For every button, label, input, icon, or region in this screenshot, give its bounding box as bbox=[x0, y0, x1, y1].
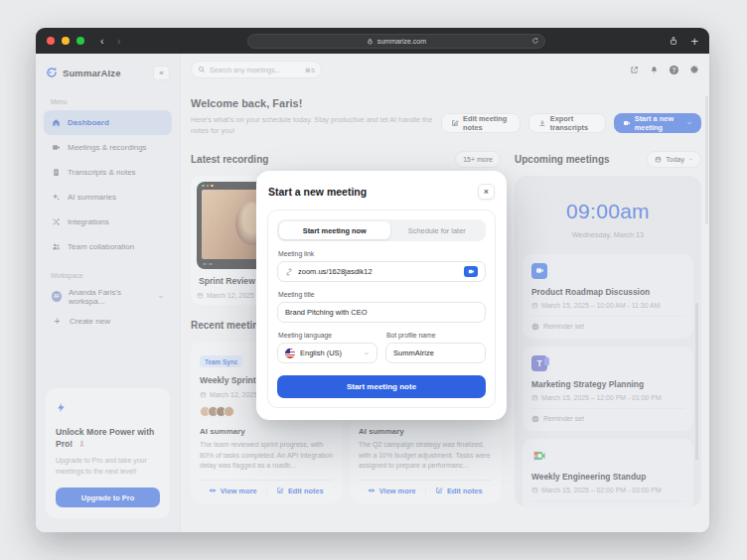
brand-logo-icon bbox=[46, 67, 58, 78]
eye-icon bbox=[209, 487, 217, 494]
export-transcripts-button[interactable]: Export transcripts bbox=[528, 113, 606, 133]
meeting-date: March 12, 2025 bbox=[210, 391, 257, 398]
edit-notes-button[interactable]: Edit notes bbox=[426, 487, 493, 495]
sidebar-item-label: Integrations bbox=[68, 217, 109, 226]
edit-notes-button[interactable]: Edit notes bbox=[267, 487, 334, 495]
upcoming-meeting-card[interactable]: Weekly Engineering Standup March 15, 202… bbox=[523, 439, 693, 507]
help-icon[interactable]: ? bbox=[670, 66, 678, 74]
start-new-meeting-button[interactable]: Start a new meeting bbox=[614, 113, 701, 133]
home-icon bbox=[52, 118, 61, 127]
edit-meeting-notes-button[interactable]: Edit meeting notes bbox=[441, 113, 521, 133]
meeting-tag-badge: Team Sync bbox=[200, 355, 242, 367]
people-icon bbox=[52, 242, 61, 251]
upcoming-meeting-title: Weekly Engineering Standup bbox=[531, 472, 684, 482]
us-flag-icon bbox=[285, 349, 295, 358]
start-meeting-note-button[interactable]: Start meeting note bbox=[277, 375, 486, 398]
reminder-status: Reminder set bbox=[543, 415, 584, 422]
edit-meeting-notes-label: Edit meeting notes bbox=[463, 114, 511, 132]
microsoft-teams-icon: T bbox=[531, 355, 547, 371]
sidebar-item-transcripts[interactable]: Transcripts & notes bbox=[44, 160, 172, 185]
search-shortcut: ⌘S bbox=[305, 67, 315, 73]
meeting-title-label: Meeting title bbox=[278, 291, 485, 298]
lightning-bolt-icon bbox=[56, 402, 67, 413]
ai-summary-text: The team reviewed sprint progress, with … bbox=[200, 440, 333, 472]
upcoming-meeting-card[interactable]: T Marketing Strategy Planning March 15, … bbox=[523, 347, 693, 431]
page-scrollbar[interactable] bbox=[705, 95, 708, 224]
notifications-bell-icon[interactable] bbox=[650, 66, 659, 74]
meeting-language-select[interactable]: English (US) bbox=[277, 343, 377, 363]
tab-schedule-later[interactable]: Schedule for later bbox=[390, 221, 485, 239]
share-icon[interactable] bbox=[669, 36, 678, 46]
upcoming-meeting-title: Marketing Strategy Planning bbox=[531, 379, 684, 389]
document-icon bbox=[52, 168, 61, 177]
sidebar-collapse-button[interactable]: « bbox=[153, 66, 170, 80]
welcome-title: Welcome back, Faris! bbox=[191, 97, 441, 109]
meeting-link-value: zoom.us/1628jasdik12 bbox=[298, 267, 373, 276]
meeting-mode-tabs: Start meeting now Schedule for later bbox=[277, 219, 486, 241]
check-circle-icon bbox=[531, 323, 539, 331]
view-more-label: View more bbox=[221, 487, 257, 495]
pro-card-body: Upgrade to Pro and take your meetings to… bbox=[56, 456, 160, 477]
browser-back-button[interactable]: ‹ bbox=[97, 36, 107, 47]
view-more-button[interactable]: View more bbox=[200, 487, 266, 495]
new-tab-button[interactable]: + bbox=[690, 35, 698, 48]
meeting-title-input[interactable]: Brand Pitching with CEO bbox=[277, 302, 486, 323]
bot-profile-input[interactable]: SummAIrize bbox=[385, 343, 486, 363]
sidebar-item-label: AI summaries bbox=[68, 193, 116, 202]
eye-icon bbox=[368, 487, 375, 494]
url-text: summarize.com bbox=[377, 38, 426, 45]
meeting-link-input[interactable]: zoom.us/1628jasdik12 bbox=[277, 261, 486, 282]
upgrade-pro-button[interactable]: Upgrade to Pro bbox=[56, 488, 160, 507]
settings-gear-icon[interactable] bbox=[689, 65, 699, 74]
minimize-window-button[interactable] bbox=[62, 37, 70, 45]
pencil-square-icon bbox=[451, 119, 459, 127]
tab-start-now[interactable]: Start meeting now bbox=[279, 221, 390, 239]
recording-date: March 12, 2025 bbox=[207, 292, 254, 299]
modal-title: Start a new meeting bbox=[268, 186, 367, 198]
ai-summary-label: AI summary bbox=[200, 427, 333, 436]
open-external-icon[interactable] bbox=[630, 66, 639, 74]
top-bar: Search any meetings... ⌘S ? bbox=[181, 54, 709, 85]
create-new-label: Create new bbox=[70, 317, 110, 326]
upcoming-meeting-card[interactable]: Product Roadmap Discussion March 15, 202… bbox=[523, 254, 693, 339]
workspace-name: Ananda Faris's workspa... bbox=[69, 288, 151, 306]
sidebar-item-ai-summaries[interactable]: AI summaries bbox=[44, 185, 172, 210]
refresh-icon[interactable] bbox=[531, 37, 539, 45]
sparkle-icon bbox=[52, 193, 61, 202]
export-transcripts-label: Export transcripts bbox=[550, 114, 596, 132]
close-window-button[interactable] bbox=[47, 37, 55, 45]
workspace-switcher[interactable]: AF Ananda Faris's workspa... bbox=[44, 284, 172, 309]
sidebar-item-integrations[interactable]: Integrations bbox=[44, 210, 172, 234]
create-new-button[interactable]: + Create new bbox=[44, 309, 172, 334]
view-more-label: View more bbox=[379, 487, 416, 495]
calendar-icon bbox=[197, 292, 204, 299]
address-bar[interactable]: summarize.com bbox=[247, 34, 545, 49]
sidebar-item-meetings[interactable]: Meetings & recordings bbox=[44, 135, 172, 160]
chevron-down-icon bbox=[686, 120, 692, 126]
sidebar: SummarAIze « Menu Dashboard Meetings & r… bbox=[36, 54, 181, 532]
upcoming-meeting-datetime: March 15, 2025 – 10:00 AM - 11:30 AM bbox=[541, 302, 660, 309]
today-filter-dropdown[interactable]: Today bbox=[647, 151, 701, 168]
view-more-button[interactable]: View more bbox=[359, 487, 425, 495]
edit-notes-label: Edit notes bbox=[288, 487, 324, 495]
browser-window: ‹ › summarize.com + bbox=[36, 28, 709, 532]
more-recordings-button[interactable]: 15+ more bbox=[455, 151, 501, 168]
calendar-icon bbox=[200, 391, 207, 398]
sidebar-item-dashboard[interactable]: Dashboard bbox=[44, 110, 172, 135]
check-circle-icon bbox=[531, 415, 539, 423]
latest-recording-heading: Latest recording bbox=[191, 154, 268, 165]
close-icon[interactable]: × bbox=[478, 184, 495, 200]
search-input[interactable]: Search any meetings... ⌘S bbox=[191, 61, 322, 78]
upgrade-pro-card: Unlock More Power with Pro! Upgrade to P… bbox=[46, 388, 170, 518]
upcoming-meetings-heading: Upcoming meetings bbox=[515, 154, 610, 165]
bot-profile-label: Bot profile name bbox=[386, 332, 485, 339]
welcome-subtitle: Here's what's on your schedule today. St… bbox=[191, 114, 441, 137]
zoom-window-button[interactable] bbox=[76, 37, 84, 45]
next-meeting-time: 09:00am bbox=[523, 200, 693, 223]
meeting-language-value: English (US) bbox=[300, 349, 342, 357]
panel-scrollbar[interactable] bbox=[695, 303, 698, 460]
download-icon bbox=[538, 119, 546, 127]
sidebar-item-team-collaboration[interactable]: Team collaboration bbox=[44, 234, 172, 259]
calendar-icon bbox=[531, 487, 538, 493]
browser-forward-button[interactable]: › bbox=[114, 36, 124, 47]
